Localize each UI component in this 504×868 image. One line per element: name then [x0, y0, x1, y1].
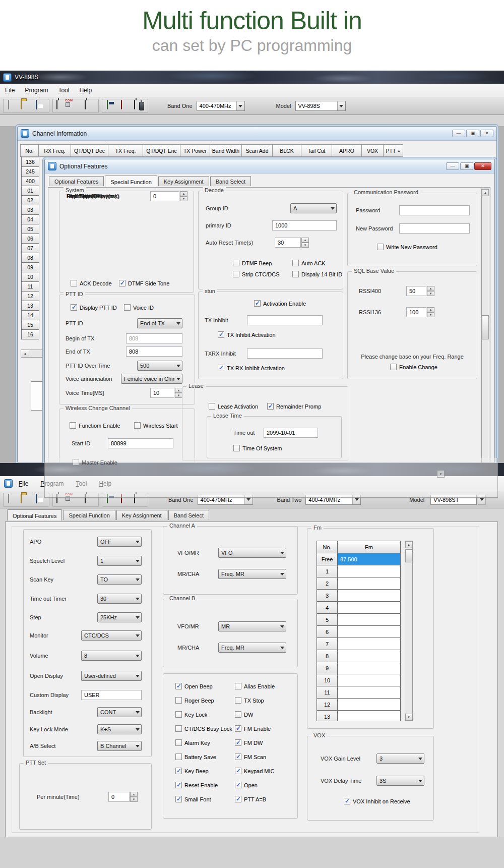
wireless-start-checkbox[interactable]: Wireless Start — [134, 422, 177, 429]
key-lock-mode-select[interactable]: K+S — [97, 724, 142, 734]
time-out-timer-select[interactable]: 30 — [97, 594, 142, 604]
save-icon[interactable] — [36, 494, 37, 503]
channel-column-header[interactable]: QT/DQT Enc — [143, 144, 180, 157]
time-out-input[interactable]: 2099-10-01 — [264, 428, 318, 438]
fm-row[interactable]: 12 — [317, 699, 400, 711]
dtmf-side-tone-checkbox[interactable]: DTMF Side Tone — [119, 280, 169, 286]
dual-radio-icon[interactable] — [134, 100, 135, 109]
step-select[interactable]: 25KHz — [97, 612, 142, 622]
decode-checkbox[interactable]: Auto ACK — [292, 260, 342, 266]
maximize-button[interactable]: ▣ — [460, 162, 473, 170]
port-setting-icon[interactable] — [107, 100, 108, 109]
new-file-icon[interactable] — [8, 494, 9, 503]
channel-column-header[interactable]: No. — [20, 144, 39, 157]
end-of-tx-input[interactable]: 808 — [126, 346, 182, 357]
channel-row-header[interactable]: 01 — [21, 186, 39, 196]
minimize-button[interactable]: — — [452, 130, 465, 137]
channel-row-header[interactable]: 13 — [21, 301, 39, 311]
channel-row-header[interactable]: 03 — [21, 205, 39, 215]
decode-checkbox[interactable]: Strip CTC/DCS — [233, 271, 292, 277]
spinner-field[interactable]: 0▲▼ — [150, 191, 187, 201]
fm-row[interactable]: 8 — [317, 650, 400, 662]
channel-column-header[interactable]: PTT — [383, 144, 403, 157]
ack-decode-checkbox[interactable]: ACK Decode — [71, 280, 112, 286]
display-ptt-id-checkbox[interactable]: Display PTT ID — [71, 304, 117, 311]
spin-up-icon[interactable]: ▲ — [427, 307, 434, 312]
fm-col-no[interactable]: No. — [317, 541, 338, 553]
new-password-input[interactable] — [399, 223, 470, 234]
channel-column-header[interactable]: RX Freq. — [38, 144, 71, 157]
tab-band-select[interactable]: Band Select — [210, 176, 251, 186]
scroll-thumb[interactable] — [482, 315, 489, 339]
vox-inhibit-checkbox[interactable]: VOX Inhibit on Receive — [344, 798, 410, 804]
per-minute-spinner[interactable]: 0▲▼ — [108, 792, 138, 802]
menu-item[interactable]: Tool — [53, 87, 74, 94]
decode-checkbox[interactable]: DTMF Beep — [233, 260, 292, 266]
close-button[interactable]: ✕ — [480, 130, 493, 137]
channel-column-header[interactable]: APRO — [332, 144, 362, 157]
channel-a-mr-cha-select[interactable]: Freq. MR — [218, 569, 286, 579]
feature-checkbox[interactable]: DW — [235, 711, 275, 718]
channel-column-header[interactable]: Scan Add — [241, 144, 273, 157]
spin-up-icon[interactable]: ▲ — [301, 238, 309, 243]
fm-vscrollbar[interactable]: ▲ ▼ — [405, 541, 413, 721]
feature-checkbox[interactable]: FM Enable — [235, 725, 275, 732]
menu-item[interactable]: File — [13, 480, 34, 487]
spin-down-icon[interactable]: ▼ — [180, 196, 187, 201]
spin-up-icon[interactable]: ▲ — [180, 191, 187, 196]
spin-down-icon[interactable]: ▼ — [175, 393, 182, 398]
channel-row-header[interactable]: 06 — [21, 234, 39, 244]
channel-row-header[interactable]: 08 — [21, 253, 39, 263]
channel-row-header[interactable]: 05 — [21, 224, 39, 234]
read-radio-icon[interactable] — [56, 100, 57, 109]
spin-down-icon[interactable]: ▼ — [130, 797, 138, 802]
feature-checkbox[interactable]: Open Beep — [175, 683, 235, 689]
channel-row-header[interactable]: 11 — [21, 281, 39, 292]
scroll-up-icon[interactable]: ▲ — [405, 541, 412, 548]
fm-free-row[interactable]: Free 87.500 — [317, 553, 400, 565]
tx-inhibit-input[interactable] — [247, 315, 323, 325]
channel-column-header[interactable]: BLCK — [272, 144, 301, 157]
chevron-down-icon[interactable] — [236, 101, 244, 110]
channel-b-mr-cha-select[interactable]: Freq. MR — [218, 643, 286, 653]
menu-item[interactable]: File — [0, 87, 20, 94]
feature-checkbox[interactable]: Open — [235, 782, 275, 788]
channel-column-header[interactable]: QT/DQT Dec — [71, 144, 108, 157]
channel-row-header[interactable]: 07 — [21, 243, 39, 253]
scroll-down-icon[interactable]: ▼ — [405, 714, 412, 721]
band-one-select[interactable]: 400-470MHz — [197, 101, 245, 111]
close-button[interactable]: ✕ — [474, 162, 491, 170]
feature-checkbox[interactable]: CT/DCS Busy Lock — [175, 725, 235, 732]
feature-checkbox[interactable]: Keypad MIC — [235, 768, 275, 774]
begin-of-tx-input[interactable]: 808 — [126, 333, 182, 343]
feature-checkbox[interactable]: Alarm Key — [175, 739, 235, 746]
dialog-vscrollbar[interactable]: ▲ — [481, 189, 489, 463]
spin-down-icon[interactable]: ▼ — [427, 291, 434, 296]
spin-down-icon[interactable]: ▼ — [301, 243, 309, 248]
password-input[interactable] — [399, 205, 470, 215]
channel-row-header[interactable]: 16 — [21, 329, 39, 339]
channel-b-vfo-mr-select[interactable]: MR — [218, 621, 286, 631]
vox-delay-select[interactable]: 3S — [376, 776, 424, 786]
lease-activation-checkbox[interactable]: Lease Activation — [209, 403, 258, 410]
time-of-system-checkbox[interactable]: Time Of System — [233, 445, 282, 451]
open-display-select[interactable]: User-defined — [81, 671, 142, 681]
volume-select[interactable]: 8 — [81, 651, 142, 661]
channel-a-vfo-mr-select[interactable]: VFO — [218, 548, 286, 558]
backlight-select[interactable]: CONT — [97, 707, 142, 717]
fm-row[interactable]: 7 — [317, 638, 400, 650]
voice-annunciation-select[interactable]: Female voice in Chinese — [121, 374, 182, 384]
tab-special-function[interactable]: Special Function — [105, 176, 157, 187]
channel-row-header[interactable]: 02 — [21, 195, 39, 205]
channel-row-header[interactable]: 245 — [21, 166, 39, 177]
ptt-id-over-time-select[interactable]: 500 — [137, 361, 182, 371]
channel-row-header[interactable]: 04 — [21, 214, 39, 224]
tab-key-assignment[interactable]: Key Assignment — [116, 510, 167, 520]
scroll-up-icon[interactable]: ▲ — [482, 189, 489, 196]
channel-column-header[interactable]: TX Freq. — [108, 144, 143, 157]
feature-checkbox[interactable]: FM Scan — [235, 754, 275, 760]
fm-selected-cell[interactable]: 87.500 — [338, 553, 400, 565]
scroll-down-icon[interactable]: ▼ — [437, 470, 445, 478]
feature-checkbox[interactable]: Key Beep — [175, 768, 235, 774]
scroll-left-icon[interactable]: ◄ — [21, 350, 29, 357]
